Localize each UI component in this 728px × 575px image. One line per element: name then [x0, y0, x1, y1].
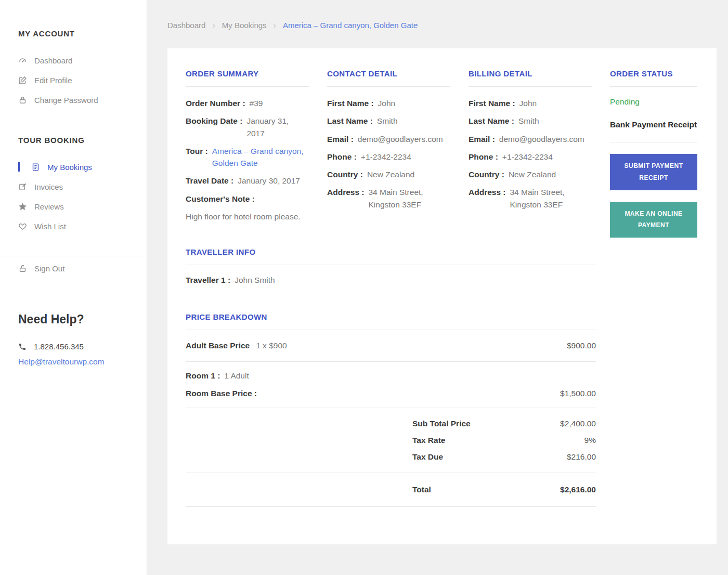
edit-icon [18, 76, 27, 85]
customer-note-label: Customer's Note : [186, 193, 309, 205]
main-content: Dashboard › My Bookings › America – Gran… [147, 0, 728, 544]
bookings-icon [31, 163, 40, 172]
dashboard-icon [18, 56, 27, 65]
need-help-title: Need Help? [18, 312, 137, 326]
sidebar-item-label: Reviews [34, 202, 64, 211]
signout-lock-icon [18, 264, 27, 273]
breadcrumb-dashboard[interactable]: Dashboard [167, 21, 205, 30]
adult-base-price-row: Adult Base Price 1 x $900 $900.00 [186, 330, 596, 362]
totals-block: Sub Total Price $2,400.00 Tax Rate 9% Ta… [186, 408, 596, 473]
active-indicator [18, 162, 20, 172]
order-status-title: ORDER STATUS [610, 67, 697, 87]
order-number-field: Order Number : #39 [186, 97, 309, 109]
contact-last-name: Last Name : Smith [327, 115, 450, 127]
star-icon [18, 202, 27, 211]
breadcrumb-current-page: America – Grand canyon, Golden Gate [283, 21, 418, 30]
order-status-section: ORDER STATUS Pending Bank Payment Receip… [610, 67, 697, 238]
booking-date-field: Booking Date : January 31, 2017 [186, 115, 309, 139]
order-summary-section: ORDER SUMMARY Order Number : #39 Booking… [186, 67, 309, 238]
tax-due-row: Tax Due $216.00 [412, 452, 596, 462]
sidebar-account-title: MY ACCOUNT [18, 29, 137, 38]
sidebar-divider [0, 281, 147, 281]
sidebar-item-wish-list[interactable]: Wish List [18, 216, 137, 236]
sidebar-item-sign-out[interactable]: Sign Out [18, 256, 137, 281]
sidebar: MY ACCOUNT Dashboard Edit Profile Change… [0, 0, 147, 575]
sidebar-item-edit-profile[interactable]: Edit Profile [18, 70, 137, 90]
sidebar-booking-title: TOUR BOOKING [18, 136, 137, 145]
booking-menu: My Bookings Invoices Reviews Wish List [18, 157, 137, 236]
billing-address: Address : 34 Main Street, Kingston 33EF [469, 186, 592, 211]
tour-link[interactable]: America – Grand canyon, Golden Gate [212, 145, 309, 169]
contact-detail-title: CONTACT DETAIL [327, 67, 450, 87]
traveller-row: Traveller 1 : John Smith [186, 276, 596, 285]
lock-icon [18, 96, 27, 104]
total-row: Total $2,616.00 [412, 485, 596, 494]
travel-date-field: Travel Date : January 30, 2017 [186, 175, 309, 187]
contact-detail-section: CONTACT DETAIL First Name : John Last Na… [327, 67, 450, 238]
heart-icon [18, 222, 27, 231]
price-breakdown-title: PRICE BREAKDOWN [186, 310, 596, 330]
sidebar-item-reviews[interactable]: Reviews [18, 197, 137, 216]
sidebar-item-label: Dashboard [34, 56, 72, 65]
billing-detail-title: BILLING DETAIL [469, 67, 592, 87]
billing-email: Email : demo@goodlayers.com [469, 133, 592, 145]
billing-phone: Phone : +1-2342-2234 [469, 151, 592, 163]
traveller-info-title: TRAVELLER INFO [186, 245, 596, 265]
sidebar-item-label: Invoices [34, 182, 63, 191]
traveller-info-section: TRAVELLER INFO Traveller 1 : John Smith [186, 245, 596, 285]
billing-detail-section: BILLING DETAIL First Name : John Last Na… [469, 67, 592, 238]
sidebar-item-dashboard[interactable]: Dashboard [18, 50, 137, 70]
make-online-payment-button[interactable]: MAKE AN ONLINE PAYMENT [610, 202, 697, 238]
contact-first-name: First Name : John [327, 97, 450, 109]
chevron-right-icon: › [212, 21, 215, 30]
bank-payment-receipt-label: Bank Payment Receipt [610, 120, 697, 142]
billing-last-name: Last Name : Smith [469, 115, 592, 127]
contact-phone: Phone : +1-2342-2234 [327, 151, 450, 163]
status-badge: Pending [610, 97, 697, 107]
tax-rate-row: Tax Rate 9% [412, 436, 596, 445]
sidebar-item-label: Edit Profile [34, 76, 72, 85]
breadcrumb: Dashboard › My Bookings › America – Gran… [167, 21, 717, 30]
help-phone: 1.828.456.345 [18, 342, 137, 351]
sidebar-item-label: Sign Out [34, 264, 64, 273]
submit-payment-receipt-button[interactable]: SUBMIT PAYMENT RECEIPT [610, 154, 697, 190]
billing-first-name: First Name : John [469, 97, 592, 109]
order-summary-title: ORDER SUMMARY [186, 67, 309, 87]
contact-country: Country : New Zealand [327, 168, 450, 180]
tour-field: Tour : America – Grand canyon, Golden Ga… [186, 145, 309, 169]
room-block: Room 1 : 1 Adult Room Base Price : $1,50… [186, 362, 596, 408]
price-breakdown-section: PRICE BREAKDOWN Adult Base Price 1 x $90… [186, 310, 596, 507]
booking-detail-card: ORDER SUMMARY Order Number : #39 Booking… [167, 48, 717, 544]
contact-address: Address : 34 Main Street, Kingston 33EF [327, 186, 450, 211]
account-menu: Dashboard Edit Profile Change Password [18, 50, 137, 110]
room-occupancy-row: Room 1 : 1 Adult [186, 371, 596, 381]
chevron-right-icon: › [274, 21, 276, 30]
sidebar-item-my-bookings[interactable]: My Bookings [18, 157, 137, 177]
sidebar-item-label: Change Password [34, 96, 98, 104]
customer-note-text: High floor for hotel room please. [186, 211, 309, 223]
help-email-link[interactable]: Help@traveltourwp.com [18, 357, 105, 367]
help-phone-number: 1.828.456.345 [34, 342, 84, 351]
sidebar-item-label: My Bookings [47, 163, 92, 172]
invoice-icon [18, 182, 27, 191]
grand-total-block: Total $2,616.00 [186, 473, 596, 507]
breadcrumb-my-bookings[interactable]: My Bookings [222, 21, 267, 30]
billing-country: Country : New Zealand [469, 168, 592, 180]
sidebar-item-invoices[interactable]: Invoices [18, 177, 137, 197]
sidebar-item-label: Wish List [34, 222, 66, 231]
sub-total-row: Sub Total Price $2,400.00 [412, 419, 596, 428]
sidebar-item-change-password[interactable]: Change Password [18, 90, 137, 110]
contact-email: Email : demo@goodlayers.com [327, 133, 450, 145]
room-base-price-row: Room Base Price : $1,500.00 [186, 389, 596, 398]
detail-columns: ORDER SUMMARY Order Number : #39 Booking… [186, 67, 698, 238]
phone-icon [18, 343, 27, 351]
